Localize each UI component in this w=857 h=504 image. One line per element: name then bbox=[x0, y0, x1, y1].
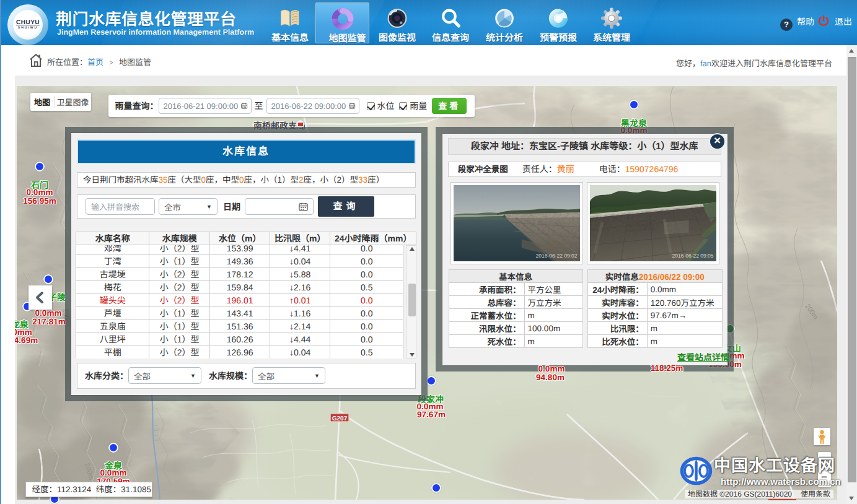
svg-text:2016-06-22 09:05: 2016-06-22 09:05 bbox=[672, 253, 713, 259]
svg-text:2016-06-22 09:02: 2016-06-22 09:02 bbox=[535, 253, 577, 259]
svg-text:G207: G207 bbox=[332, 415, 348, 422]
